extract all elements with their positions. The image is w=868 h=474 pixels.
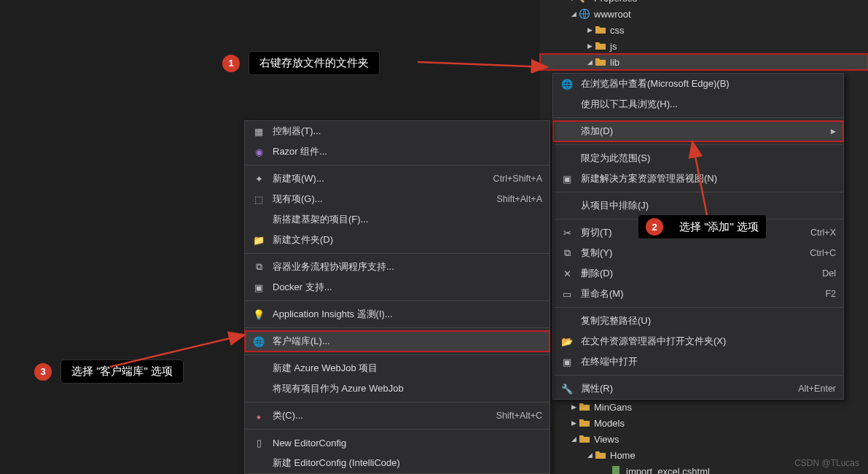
folder-icon xyxy=(594,56,607,68)
submenu-existing-azure[interactable]: 将现有项目作为 Azure WebJob xyxy=(245,378,550,399)
add-submenu: ▦ 控制器(T)... ◉ Razor 组件... ✦ 新建项(W)... Ct… xyxy=(244,120,550,474)
controller-icon: ▦ xyxy=(251,126,267,137)
menu-view-in-browser[interactable]: 🌐 在浏览器中查看(Microsoft Edge)(B) xyxy=(553,74,843,94)
folder-open-icon: 📂 xyxy=(559,336,575,347)
chevron-down-icon: ◢ xyxy=(585,58,594,66)
badge-3: 3 xyxy=(34,363,52,381)
submenu-new-azure[interactable]: 新建 Azure WebJob 项目 xyxy=(245,358,550,378)
docker-icon: ▣ xyxy=(251,282,267,293)
arrow-1 xyxy=(418,51,556,73)
tree-item-views[interactable]: ◢ Views xyxy=(540,431,868,447)
folder-icon xyxy=(594,449,607,461)
folder-icon xyxy=(578,401,591,413)
menu-separator xyxy=(553,144,843,145)
badge-1: 1 xyxy=(222,55,240,72)
rename-icon: ▭ xyxy=(559,289,575,300)
folder-icon xyxy=(594,24,607,36)
annotation-2: 2 选择 "添加" 选项 xyxy=(638,214,767,239)
submenu-clientlib[interactable]: 🌐 客户端库(L)... xyxy=(245,331,550,351)
menu-properties[interactable]: 🔧 属性(R) Alt+Enter xyxy=(553,378,843,399)
menu-open-explorer[interactable]: 📂 在文件资源管理器中打开文件夹(X) xyxy=(553,331,843,351)
lightbulb-icon: 💡 xyxy=(251,309,267,320)
chevron-right-icon: ▶ xyxy=(569,419,578,427)
submenu-docker[interactable]: ▣ Docker 支持... xyxy=(245,277,550,298)
tree-item-css[interactable]: ▶ css xyxy=(540,22,868,38)
chevron-down-icon: ◢ xyxy=(569,10,578,18)
menu-scope[interactable]: 限定为此范围(S) xyxy=(553,148,843,168)
menu-separator xyxy=(245,402,550,403)
chevron-right-icon: ▶ xyxy=(831,128,836,135)
globe-icon xyxy=(578,8,591,20)
submenu-intellicode[interactable]: 新建 EditorConfig (IntelliCode) xyxy=(245,453,550,473)
folder-icon xyxy=(594,40,607,52)
tree-item-wwwroot[interactable]: ◢ wwwroot xyxy=(540,6,868,22)
menu-rename[interactable]: ▭ 重命名(M) F2 xyxy=(553,284,843,304)
menu-browse-with[interactable]: 使用以下工具浏览(H)... xyxy=(553,94,843,114)
tree-label: Views xyxy=(594,434,619,445)
chevron-right-icon: ▶ xyxy=(585,26,594,34)
menu-copy[interactable]: ⧉ 复制(Y) Ctrl+C xyxy=(553,243,843,263)
menu-separator xyxy=(553,375,843,376)
tree-label: Models xyxy=(594,418,625,429)
globe-icon: 🌐 xyxy=(251,336,267,347)
annotation-3: 3 选择 "客户端库" 选项 xyxy=(34,360,184,384)
copy-icon: ⧉ xyxy=(559,247,575,259)
menu-separator xyxy=(553,192,843,193)
cshtml-file-icon xyxy=(610,465,623,474)
menu-separator xyxy=(245,429,550,430)
tree-item-js[interactable]: ▶ js xyxy=(540,38,868,54)
tree-label: Properties xyxy=(594,0,637,4)
razor-icon: ◉ xyxy=(251,147,267,158)
menu-exclude[interactable]: 从项目中排除(J) xyxy=(553,195,843,216)
chevron-right-icon: ▶ xyxy=(569,0,578,1)
watermark: CSDN @TLucas xyxy=(794,458,859,468)
wrench-icon: 🔧 xyxy=(559,384,575,395)
menu-separator xyxy=(245,165,550,166)
tree-label: wwwroot xyxy=(594,9,631,20)
submenu-editorconfig[interactable]: ▯ New EditorConfig xyxy=(245,432,550,453)
tree-label: css xyxy=(610,25,625,36)
annotation-label: 选择 "添加" 选项 xyxy=(679,220,759,234)
menu-delete[interactable]: ✕ 删除(D) Del xyxy=(553,263,843,284)
folder-icon xyxy=(578,433,591,445)
tree-item-mingans[interactable]: ▶ MinGans xyxy=(540,399,868,415)
file-icon: ▯ xyxy=(251,438,267,448)
delete-icon: ✕ xyxy=(559,268,575,279)
browser-icon: 🌐 xyxy=(559,79,575,90)
submenu-controller[interactable]: ▦ 控制器(T)... xyxy=(245,121,550,141)
menu-copy-path[interactable]: 复制完整路径(U) xyxy=(553,311,843,331)
submenu-class[interactable]: ⬥ 类(C)... Shift+Alt+C xyxy=(245,405,550,426)
window-icon: ▣ xyxy=(559,174,575,184)
tree-item-properties[interactable]: ▶ Properties xyxy=(540,0,868,6)
menu-new-sln-view[interactable]: ▣ 新建解决方案资源管理器视图(N) xyxy=(553,168,843,189)
tree-item-models[interactable]: ▶ Models xyxy=(540,415,868,431)
svg-line-4 xyxy=(418,62,547,67)
chevron-right-icon: ▶ xyxy=(585,42,594,50)
submenu-new-folder[interactable]: 📁 新建文件夹(D) xyxy=(245,230,550,250)
annotation-label: 选择 "客户端库" 选项 xyxy=(60,360,184,384)
tree-label: lib xyxy=(610,57,619,68)
existing-item-icon: ⬚ xyxy=(251,194,267,205)
menu-separator xyxy=(245,253,550,254)
tree-label: MinGans xyxy=(594,402,632,413)
submenu-new-item[interactable]: ✦ 新建项(W)... Ctrl+Shift+A xyxy=(245,168,550,189)
submenu-existing-item[interactable]: ⬚ 现有项(G)... Shift+Alt+A xyxy=(245,189,550,209)
folder-icon xyxy=(578,417,591,429)
chevron-down-icon: ◢ xyxy=(569,435,578,443)
menu-add[interactable]: 添加(D) ▶ xyxy=(553,121,843,141)
new-item-icon: ✦ xyxy=(251,174,267,184)
annotation-1: 1 右键存放文件的文件夹 xyxy=(222,51,380,75)
submenu-appinsights[interactable]: 💡 Application Insights 遥测(I)... xyxy=(245,304,550,325)
container-icon: ⧉ xyxy=(251,261,267,273)
badge-2: 2 xyxy=(646,218,663,236)
submenu-razor[interactable]: ◉ Razor 组件... xyxy=(245,141,550,162)
submenu-scaffold[interactable]: 新搭建基架的项目(F)... xyxy=(245,209,550,230)
tree-item-lib[interactable]: ◢ lib xyxy=(540,54,868,70)
terminal-icon: ▣ xyxy=(559,357,575,368)
new-folder-icon: 📁 xyxy=(251,235,267,246)
scissors-icon: ✂ xyxy=(559,228,575,238)
svg-rect-3 xyxy=(612,466,619,474)
menu-separator xyxy=(245,354,550,355)
menu-open-terminal[interactable]: ▣ 在终端中打开 xyxy=(553,351,843,372)
submenu-container[interactable]: ⧉ 容器业务流程协调程序支持... xyxy=(245,257,550,277)
